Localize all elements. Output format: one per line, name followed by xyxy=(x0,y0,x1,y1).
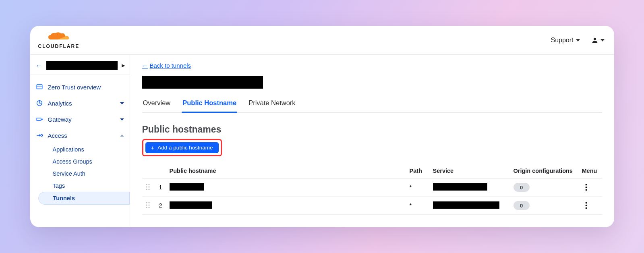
svg-point-6 xyxy=(146,184,147,185)
support-label: Support xyxy=(551,37,573,44)
sidebar: ← ▶ Zero Trust overview Analytics Gatewa… xyxy=(30,55,130,227)
svg-point-23 xyxy=(585,207,587,209)
svg-point-15 xyxy=(146,202,147,203)
user-icon xyxy=(591,37,598,44)
row-index: 2 xyxy=(156,197,166,215)
app-body: ← ▶ Zero Trust overview Analytics Gatewa… xyxy=(30,55,614,227)
th-service: Service xyxy=(430,164,510,178)
back-arrow-icon[interactable]: ← xyxy=(36,62,42,69)
chevron-down-icon xyxy=(120,102,124,104)
sidebar-item-zero-trust-overview[interactable]: Zero Trust overview xyxy=(30,79,130,95)
svg-point-8 xyxy=(146,186,147,187)
app-window: CLOUDFLARE Support ← ▶ xyxy=(30,26,614,227)
subnav-tags[interactable]: Tags xyxy=(49,180,130,192)
svg-point-21 xyxy=(585,202,587,204)
access-icon xyxy=(36,132,43,139)
svg-point-10 xyxy=(146,189,147,190)
svg-point-11 xyxy=(148,189,149,190)
svg-point-7 xyxy=(148,184,149,185)
svg-point-9 xyxy=(148,186,149,187)
sidebar-item-label: Gateway xyxy=(48,116,72,123)
subnav-applications[interactable]: Applications xyxy=(49,143,130,156)
app-header: CLOUDFLARE Support xyxy=(30,26,614,55)
svg-rect-4 xyxy=(37,118,41,120)
svg-point-0 xyxy=(593,37,596,40)
sidebar-item-access[interactable]: Access xyxy=(30,127,130,143)
row-menu-button[interactable] xyxy=(582,201,590,210)
arrow-left-icon: ← xyxy=(142,62,148,69)
svg-point-20 xyxy=(148,207,149,208)
access-subnav: Applications Access Groups Service Auth … xyxy=(30,143,130,205)
svg-rect-1 xyxy=(37,85,42,89)
table-row: 2*0 xyxy=(142,197,602,215)
sidebar-item-label: Analytics xyxy=(48,100,72,107)
th-index xyxy=(156,164,166,178)
sidebar-item-label: Zero Trust overview xyxy=(48,84,101,91)
support-dropdown[interactable]: Support xyxy=(551,37,580,44)
header-right: Support xyxy=(551,37,604,44)
subnav-access-groups[interactable]: Access Groups xyxy=(49,156,130,168)
th-path: Path xyxy=(406,164,430,178)
back-to-tunnels-link[interactable]: ← Back to tunnels xyxy=(142,62,191,69)
subnav-tunnels[interactable]: Tunnels xyxy=(38,192,130,205)
origin-count-badge: 0 xyxy=(514,183,530,192)
tab-public-hostname[interactable]: Public Hostname xyxy=(182,96,237,113)
svg-point-16 xyxy=(148,202,149,203)
sidebar-item-label: Access xyxy=(48,132,67,139)
tunnel-name-redacted xyxy=(142,76,263,89)
sidebar-item-gateway[interactable]: Gateway xyxy=(30,111,130,127)
service-redacted xyxy=(433,201,499,209)
svg-point-22 xyxy=(585,205,587,206)
th-origin: Origin configurations xyxy=(510,164,579,178)
chevron-right-icon: ▶ xyxy=(122,63,125,68)
chevron-up-icon xyxy=(120,135,124,137)
hostnames-table: Public hostname Path Service Origin conf… xyxy=(142,164,602,215)
svg-point-13 xyxy=(585,187,587,188)
tab-overview[interactable]: Overview xyxy=(142,96,172,113)
row-path: * xyxy=(406,178,430,197)
row-path: * xyxy=(406,197,430,215)
th-hostname: Public hostname xyxy=(166,164,406,178)
hostname-redacted xyxy=(170,201,212,209)
chevron-down-icon xyxy=(576,39,580,41)
main-content: ← Back to tunnels Overview Public Hostna… xyxy=(130,55,614,227)
th-drag xyxy=(142,164,156,178)
row-menu-button[interactable] xyxy=(582,182,590,192)
add-public-hostname-button[interactable]: + Add a public hostname xyxy=(145,142,219,153)
org-switcher[interactable]: ← ▶ xyxy=(30,59,130,75)
section-title: Public hostnames xyxy=(142,124,602,135)
svg-point-18 xyxy=(148,204,149,205)
table-row: 1*0 xyxy=(142,178,602,197)
plus-icon: + xyxy=(151,145,155,151)
user-menu[interactable] xyxy=(591,37,605,44)
row-index: 1 xyxy=(156,178,166,197)
svg-point-12 xyxy=(585,184,587,186)
callout-highlight: + Add a public hostname xyxy=(142,139,222,156)
sidebar-item-analytics[interactable]: Analytics xyxy=(30,95,130,111)
hostname-redacted xyxy=(170,183,204,191)
tab-private-network[interactable]: Private Network xyxy=(248,96,296,113)
analytics-icon xyxy=(36,100,43,107)
subnav-service-auth[interactable]: Service Auth xyxy=(49,168,130,180)
sidebar-nav: Zero Trust overview Analytics Gateway Ac… xyxy=(30,75,130,205)
brand-logo: CLOUDFLARE xyxy=(37,31,80,49)
origin-count-badge: 0 xyxy=(514,201,530,210)
brand-name: CLOUDFLARE xyxy=(38,44,80,49)
svg-point-19 xyxy=(146,207,147,208)
chevron-down-icon xyxy=(120,118,124,120)
chevron-down-icon xyxy=(601,39,605,41)
cloud-icon xyxy=(47,31,71,43)
back-link-label: Back to tunnels xyxy=(150,62,191,69)
service-redacted xyxy=(433,183,487,191)
org-name-redacted xyxy=(46,61,118,70)
gateway-icon xyxy=(36,116,43,123)
svg-point-5 xyxy=(41,135,43,137)
svg-point-17 xyxy=(146,204,147,205)
add-button-label: Add a public hostname xyxy=(157,145,213,151)
drag-handle-icon[interactable] xyxy=(145,201,150,209)
hostnames-tbody: 1*02*0 xyxy=(142,178,602,215)
drag-handle-icon[interactable] xyxy=(145,183,150,191)
dashboard-icon xyxy=(36,83,43,91)
svg-point-14 xyxy=(585,189,587,191)
tunnel-tabs: Overview Public Hostname Private Network xyxy=(142,96,602,113)
